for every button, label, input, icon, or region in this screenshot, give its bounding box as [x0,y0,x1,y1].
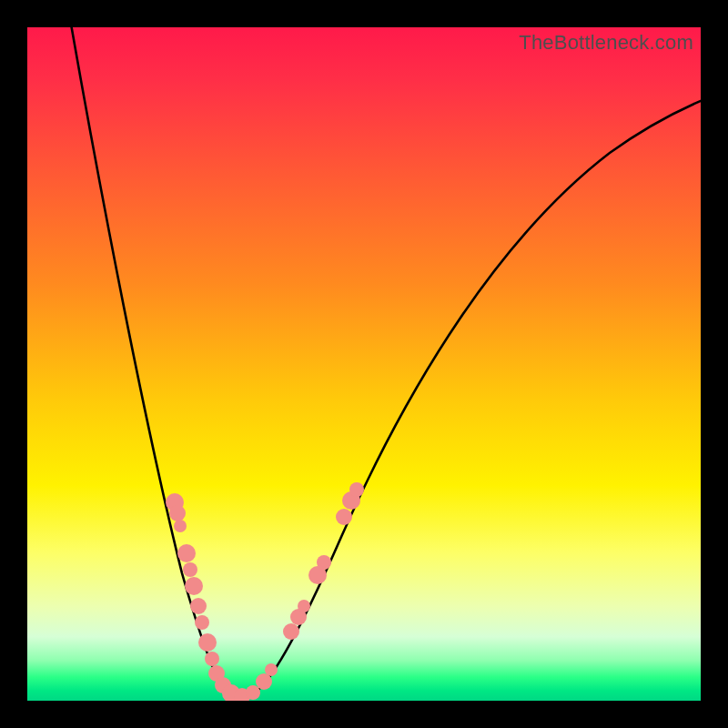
data-marker [177,544,196,562]
chart-frame: TheBottleneck.com [0,0,728,728]
data-marker [317,555,331,570]
data-marker [183,562,197,577]
data-marker [336,509,352,525]
data-marker [205,652,219,666]
plot-area: TheBottleneck.com [27,27,701,701]
data-marker [198,633,217,652]
data-marker [195,615,209,630]
data-marker [298,600,310,612]
data-marker [190,598,207,614]
data-marker [265,663,278,676]
gradient-background [27,27,701,701]
data-marker [246,685,260,700]
data-marker [185,577,203,595]
data-marker [283,623,299,640]
data-marker [349,482,364,497]
data-marker [174,520,187,532]
data-marker [169,505,186,521]
watermark-text: TheBottleneck.com [519,31,693,55]
chart-svg [27,27,701,701]
